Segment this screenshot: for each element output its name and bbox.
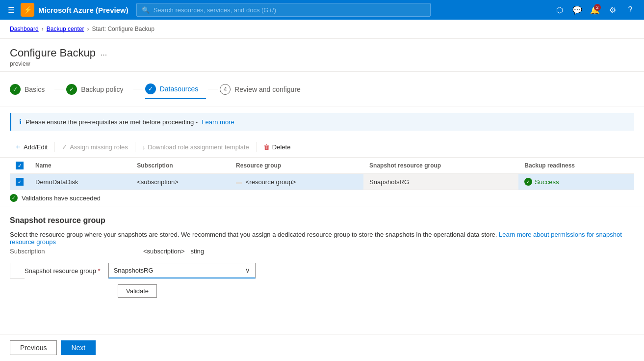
- portal-icon[interactable]: ⬡: [552, 2, 567, 18]
- snapshot-desc-text: Select the resource group where your sna…: [10, 231, 497, 238]
- required-star: *: [98, 267, 101, 275]
- step-review[interactable]: 4 Review and configure: [220, 80, 309, 99]
- readiness-badge: ✓ Success: [524, 178, 628, 186]
- snapshot-section: Snapshot resource group Select the resou…: [0, 206, 644, 307]
- cell-subscription: <subscription>: [131, 174, 230, 190]
- notification-badge: 2: [594, 4, 601, 11]
- step-sep-3: [208, 89, 218, 89]
- add-edit-button[interactable]: ＋ Add/Edit: [10, 140, 52, 153]
- table-row[interactable]: ✓ DemoDataDisk <subscription> <resource …: [10, 174, 634, 190]
- app-name: Microsoft Azure (Preview): [38, 6, 129, 14]
- datasources-table: ✓ Name Subscription Resource group Snaps…: [10, 158, 634, 190]
- add-edit-label: Add/Edit: [24, 143, 48, 151]
- table-wrapper: ✓ Name Subscription Resource group Snaps…: [0, 158, 644, 190]
- snapshot-rg-dropdown[interactable]: SnapshotsRG ∨: [108, 263, 256, 278]
- delete-icon: 🗑: [263, 143, 270, 151]
- search-bar[interactable]: 🔍 Search resources, services, and docs (…: [136, 3, 431, 17]
- step-backup-policy[interactable]: ✓ Backup policy: [66, 80, 131, 99]
- breadcrumb-current: Start: Configure Backup: [92, 26, 154, 32]
- next-label: Next: [71, 344, 85, 352]
- page-header: Configure Backup ... preview: [0, 39, 644, 72]
- col-header-name: Name: [29, 158, 131, 174]
- snapshot-rg-label: Snapshot resource group *: [25, 267, 101, 275]
- snapshot-rg-value: SnapshotsRG: [114, 267, 154, 274]
- cell-name: DemoDataDisk: [29, 174, 131, 190]
- cell-rg: <resource group>: [230, 174, 363, 190]
- breadcrumb-backup-center[interactable]: Backup center: [47, 26, 84, 32]
- feedback-icon[interactable]: 💬: [569, 2, 585, 18]
- check-icon: ✓: [62, 143, 67, 151]
- cell-snapshot-rg: SnapshotsRG: [363, 174, 518, 190]
- step-datasources[interactable]: ✓ Datasources: [145, 80, 206, 99]
- snapshot-section-title: Snapshot resource group: [10, 216, 634, 225]
- col-header-subscription: Subscription: [131, 158, 230, 174]
- cell-readiness: ✓ Success: [518, 174, 634, 190]
- row-checkbox-cell: ✓: [10, 174, 29, 190]
- toolbar-sep-3: [256, 142, 257, 152]
- settings-icon[interactable]: ⚙: [605, 2, 620, 18]
- footer: Previous Next: [0, 334, 644, 361]
- top-navigation: ☰ ⚡ Microsoft Azure (Preview) 🔍 Search r…: [0, 0, 644, 20]
- select-all-checkbox[interactable]: ✓: [16, 162, 24, 169]
- download-template-button[interactable]: ↓ Download role assignment template: [137, 141, 254, 153]
- hamburger-menu[interactable]: ☰: [6, 3, 17, 17]
- learn-more-link[interactable]: Learn more: [202, 118, 234, 126]
- info-text: Please ensure the pre-requisites are met…: [26, 118, 198, 126]
- readiness-label: Success: [535, 178, 559, 186]
- toolbar-sep-2: [135, 142, 135, 152]
- subscription-label: Subscription: [10, 248, 137, 255]
- wizard-steps: ✓ Basics ✓ Backup policy ✓ Datasources 4…: [0, 72, 644, 107]
- previous-label: Previous: [20, 344, 47, 352]
- breadcrumb-sep-2: ›: [87, 26, 89, 32]
- page-subtitle: preview: [10, 60, 634, 67]
- step-policy-check: ✓: [66, 84, 77, 95]
- info-icon: ℹ: [19, 118, 22, 126]
- table-header-row: ✓ Name Subscription Resource group Snaps…: [10, 158, 634, 174]
- page-title-text: Configure Backup: [10, 47, 96, 59]
- step-basics-label: Basics: [25, 85, 45, 93]
- assign-roles-button[interactable]: ✓ Assign missing roles: [57, 141, 133, 153]
- validation-icon: ✓: [10, 194, 18, 202]
- validate-button[interactable]: Validate: [118, 284, 157, 298]
- notifications-icon[interactable]: 🔔 2: [587, 2, 603, 18]
- step-sep-1: [54, 89, 64, 89]
- step-review-label: Review and configure: [234, 85, 301, 93]
- add-icon: ＋: [15, 142, 21, 151]
- col-header-readiness: Backup readiness: [518, 158, 634, 174]
- step-backup-policy-label: Backup policy: [81, 85, 123, 93]
- step-review-num: 4: [220, 84, 231, 95]
- toolbar: ＋ Add/Edit ✓ Assign missing roles ↓ Down…: [0, 137, 644, 158]
- step-basics-check: ✓: [10, 84, 21, 95]
- more-options-icon[interactable]: ...: [101, 49, 107, 57]
- success-icon: ✓: [524, 178, 532, 186]
- col-header-rg: Resource group: [230, 158, 363, 174]
- help-icon[interactable]: ?: [622, 2, 638, 18]
- toolbar-sep-1: [54, 142, 55, 152]
- search-icon: 🔍: [142, 6, 150, 14]
- assign-roles-label: Assign missing roles: [70, 143, 128, 151]
- download-template-label: Download role assignment template: [148, 143, 249, 151]
- col-header-snapshot-rg: Snapshot resource group: [363, 158, 518, 174]
- nav-right: ⬡ 💬 🔔 2 ⚙ ?: [552, 2, 638, 18]
- step-datasources-label: Datasources: [160, 85, 199, 93]
- next-button[interactable]: Next: [61, 340, 96, 355]
- subscription-value: <subscription>: [143, 248, 185, 255]
- step-basics[interactable]: ✓ Basics: [10, 80, 52, 99]
- azure-icon: ⚡: [21, 3, 34, 17]
- breadcrumb: Dashboard › Backup center › Start: Confi…: [0, 20, 644, 39]
- breadcrumb-dashboard[interactable]: Dashboard: [10, 26, 39, 32]
- previous-button[interactable]: Previous: [10, 340, 57, 355]
- step-datasources-check: ✓: [145, 83, 156, 94]
- subscription-form-row: Subscription <subscription> sting: [10, 248, 634, 255]
- snapshot-rg-row: Snapshot resource group * SnapshotsRG ∨: [10, 263, 634, 278]
- main-content: Dashboard › Backup center › Start: Confi…: [0, 20, 644, 361]
- header-checkbox-cell: ✓: [10, 158, 29, 174]
- delete-button[interactable]: 🗑 Delete: [258, 141, 296, 153]
- validation-message: Validations have succeeded: [22, 194, 101, 202]
- download-icon: ↓: [142, 143, 146, 151]
- row-checkbox[interactable]: ✓: [16, 178, 24, 186]
- delete-label: Delete: [272, 143, 291, 151]
- chevron-down-icon: ∨: [245, 267, 250, 274]
- validation-row: ✓ Validations have succeeded: [0, 190, 644, 206]
- search-placeholder: Search resources, services, and docs (G+…: [154, 6, 276, 14]
